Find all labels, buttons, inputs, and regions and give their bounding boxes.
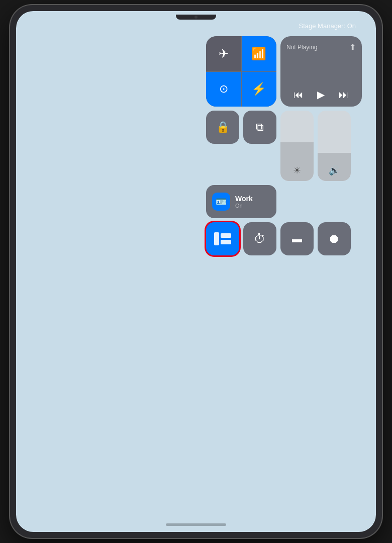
focus-work-icon: 🪪 (216, 196, 227, 207)
camera-dot (194, 16, 198, 19)
hotspot-icon: 📶 (251, 48, 266, 60)
play-button[interactable]: ▶ (317, 88, 325, 101)
now-playing-header: Not Playing ⬆ (286, 42, 356, 52)
screen-record-icon: ⏺ (328, 232, 340, 246)
spacer-2 (318, 185, 351, 218)
airplane-mode-button[interactable]: ✈ (206, 36, 241, 71)
spacer-1 (280, 185, 314, 218)
airplay-icon[interactable]: ⬆ (349, 42, 356, 52)
hotspot-button[interactable]: 📶 (242, 36, 277, 71)
svg-rect-2 (221, 240, 231, 244)
cc-row-3: 🪪 Work On (206, 185, 362, 218)
top-bar (16, 11, 376, 23)
stage-manager-button[interactable] (206, 222, 239, 255)
screen-mirror-button[interactable]: ⧉ (243, 111, 276, 144)
control-center: ✈ 📶 ⊙ ⚡ (206, 36, 362, 255)
now-playing-title: Not Playing (286, 44, 317, 51)
airplane-icon: ✈ (219, 48, 229, 60)
home-indicator[interactable] (166, 523, 226, 526)
camera-pill (176, 15, 216, 20)
now-playing-block: Not Playing ⬆ ⏮ ▶ ⏭ (280, 36, 362, 107)
focus-status: On (235, 203, 253, 209)
svg-rect-1 (221, 233, 231, 238)
ipad-frame: Stage Manager: On ✈ 📶 ⊙ (10, 5, 382, 538)
stage-manager-icon (214, 232, 232, 246)
cc-row-2: 🔒 ⧉ ☀ 🔊 (206, 111, 362, 181)
ipad-screen: Stage Manager: On ✈ 📶 ⊙ (16, 11, 376, 532)
playback-controls: ⏮ ▶ ⏭ (286, 88, 356, 101)
volume-icon: 🔊 (329, 165, 340, 176)
bluetooth-icon: ⚡ (251, 83, 266, 95)
lock-rotation-button[interactable]: 🔒 (206, 111, 239, 144)
focus-icon-bg: 🪪 (212, 193, 230, 211)
rewind-button[interactable]: ⏮ (293, 89, 304, 101)
bluetooth-button[interactable]: ⚡ (242, 72, 277, 107)
low-power-icon: ⏱ (254, 232, 266, 246)
focus-name: Work (235, 195, 253, 203)
wifi-icon: ⊙ (219, 82, 228, 96)
screen-mirror-icon: ⧉ (256, 121, 264, 134)
battery-button[interactable]: ▬ (280, 222, 314, 255)
stage-manager-label: Stage Manager: On (299, 22, 356, 30)
brightness-icon: ☀ (293, 165, 301, 176)
cc-row-4: ⏱ ▬ ⏺ (206, 222, 362, 255)
low-power-button[interactable]: ⏱ (243, 222, 276, 255)
lock-rotation-icon: 🔒 (216, 121, 230, 134)
svg-rect-0 (214, 232, 219, 245)
fast-forward-button[interactable]: ⏭ (339, 89, 349, 101)
focus-text: Work On (235, 195, 253, 209)
wifi-button[interactable]: ⊙ (206, 72, 241, 107)
brightness-slider[interactable]: ☀ (280, 111, 314, 181)
cc-row-1: ✈ 📶 ⊙ ⚡ (206, 36, 362, 107)
battery-icon: ▬ (292, 233, 302, 245)
volume-slider[interactable]: 🔊 (318, 111, 351, 181)
focus-button[interactable]: 🪪 Work On (206, 185, 276, 218)
screen-record-button[interactable]: ⏺ (318, 222, 351, 255)
connectivity-block: ✈ 📶 ⊙ ⚡ (206, 36, 276, 107)
